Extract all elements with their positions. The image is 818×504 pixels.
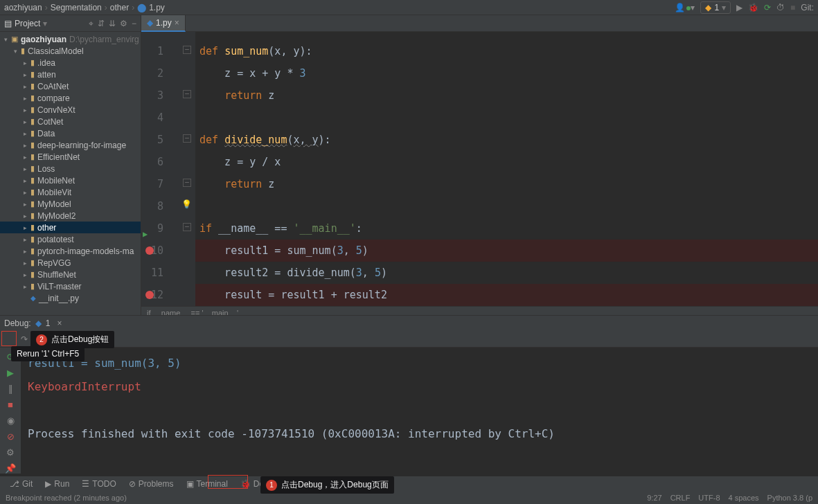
tree-folder[interactable]: ▸▮RepVGG: [0, 257, 141, 269]
code-editor[interactable]: def sum_num(x, y): z = x + y * 3 return …: [195, 32, 818, 306]
line-separator[interactable]: CRLF: [670, 494, 691, 502]
tree-folder[interactable]: ▸▮MobileVit: [0, 186, 141, 198]
avatar-icon[interactable]: 👤▾: [675, 3, 695, 12]
mute-breakpoints-icon[interactable]: ⊘: [7, 431, 15, 442]
indent-setting[interactable]: 4 spaces: [729, 494, 759, 502]
view-breakpoints-icon[interactable]: ◉: [7, 415, 15, 426]
margin-line[interactable]: [180, 62, 195, 84]
hide-icon[interactable]: −: [132, 19, 136, 28]
step-over-icon[interactable]: ↷: [21, 334, 28, 344]
gutter-line[interactable]: 10: [141, 240, 180, 262]
resume-icon[interactable]: ▶: [7, 368, 14, 378]
stop-icon[interactable]: ■: [8, 399, 13, 410]
margin-line[interactable]: [180, 151, 195, 173]
run-config-selector[interactable]: ◆1 ▾: [700, 1, 731, 14]
project-panel-title[interactable]: ▤Project▾: [4, 19, 47, 28]
crumb[interactable]: Segmentation: [51, 3, 102, 12]
code-line[interactable]: z = x + y * 3: [195, 62, 818, 84]
breadcrumb[interactable]: aozhiyuan› Segmentation› other› ⬤ 1.py: [4, 3, 165, 12]
tree-root[interactable]: ▾▣gaozhiyuanD:\pycharm_envirg: [0, 33, 141, 45]
code-line[interactable]: [195, 195, 818, 217]
profile-icon[interactable]: ⏱: [776, 3, 785, 12]
toolwin-run[interactable]: ▶Run: [39, 478, 75, 490]
caret-position[interactable]: 9:27: [647, 494, 661, 502]
project-tree[interactable]: ▾▣gaozhiyuanD:\pycharm_envirg▾▮Classical…: [0, 32, 141, 315]
code-line[interactable]: result2 = divide_num(3, 5): [195, 262, 818, 284]
code-line[interactable]: z = y / x: [195, 151, 818, 173]
margin-line[interactable]: [180, 284, 195, 306]
tree-folder[interactable]: ▸▮CoAtNet: [0, 80, 141, 92]
tree-folder[interactable]: ▸▮MyModel2: [0, 210, 141, 222]
margin-line[interactable]: [180, 107, 195, 129]
stop-icon[interactable]: ■: [790, 3, 795, 12]
gutter-line[interactable]: 7: [141, 173, 180, 195]
tree-folder[interactable]: ▸▮pytorch-image-models-ma: [0, 245, 141, 257]
gutter[interactable]: 123456789101112: [141, 32, 180, 306]
code-line[interactable]: return z: [195, 173, 818, 195]
margin-line[interactable]: [180, 262, 195, 284]
margin-line[interactable]: [180, 217, 195, 240]
tree-folder[interactable]: ▸▮other: [0, 222, 141, 233]
tree-file[interactable]: ◆__init__.py: [0, 292, 141, 304]
expand-icon[interactable]: ⇵: [98, 19, 105, 28]
code-line[interactable]: [195, 107, 818, 129]
tree-folder[interactable]: ▸▮ConvNeXt: [0, 104, 141, 116]
tree-folder[interactable]: ▸▮MyModel: [0, 198, 141, 210]
debug-icon[interactable]: 🐞: [748, 3, 758, 12]
margin-line[interactable]: [180, 195, 195, 217]
debug-console[interactable]: result1 = sum_num(3, 5)KeyboardInterrupt…: [21, 348, 818, 474]
pin-icon[interactable]: 📌: [5, 463, 16, 474]
settings-icon[interactable]: ⚙: [6, 447, 15, 458]
gutter-line[interactable]: 2: [141, 62, 180, 84]
tree-folder[interactable]: ▸▮Data: [0, 127, 141, 139]
editor-tab[interactable]: ◆ 1.py ×: [141, 15, 186, 32]
python-interpreter[interactable]: Python 3.8 (p: [767, 494, 812, 502]
toolwin-problems[interactable]: ⊘Problems: [123, 478, 179, 490]
tree-folder[interactable]: ▸▮potatotest: [0, 233, 141, 245]
gutter-line[interactable]: 4: [141, 107, 180, 129]
gutter-line[interactable]: 1: [141, 40, 180, 62]
code-line[interactable]: result1 = sum_num(3, 5): [195, 240, 818, 262]
run-icon[interactable]: ▶: [736, 3, 743, 12]
margin-line[interactable]: [180, 173, 195, 195]
toolwin-git[interactable]: ⎇Git: [4, 478, 38, 490]
pause-icon[interactable]: ‖: [8, 384, 13, 394]
code-line[interactable]: if __name__ == '__main__':: [195, 217, 818, 240]
gear-icon[interactable]: ⚙: [120, 19, 127, 28]
target-icon[interactable]: ⌖: [89, 19, 94, 28]
tree-folder[interactable]: ▸▮.idea: [0, 57, 141, 69]
tree-folder[interactable]: ▸▮CotNet: [0, 116, 141, 127]
gutter-line[interactable]: 8: [141, 195, 180, 217]
code-line[interactable]: return z: [195, 84, 818, 107]
margin-line[interactable]: [180, 40, 195, 62]
file-encoding[interactable]: UTF-8: [698, 494, 720, 502]
tree-folder[interactable]: ▸▮ViLT-master: [0, 280, 141, 292]
gutter-line[interactable]: 3: [141, 84, 180, 107]
code-line[interactable]: def divide_num(x, y):: [195, 129, 818, 151]
gutter-line[interactable]: 9: [141, 217, 180, 240]
debug-panel-header[interactable]: Debug: ◆ 1 ×: [0, 316, 818, 331]
toolwin-todo[interactable]: ☰TODO: [76, 478, 121, 490]
margin-line[interactable]: [180, 84, 195, 107]
crumb[interactable]: aozhiyuan: [4, 3, 42, 12]
tree-folder[interactable]: ▸▮atten: [0, 69, 141, 80]
gutter-line[interactable]: 12: [141, 284, 180, 306]
code-line[interactable]: def sum_num(x, y):: [195, 40, 818, 62]
crumb[interactable]: other: [110, 3, 129, 12]
fold-margin[interactable]: [180, 32, 195, 306]
margin-line[interactable]: [180, 129, 195, 151]
tree-folder[interactable]: ▸▮MobileNet: [0, 174, 141, 186]
tree-folder[interactable]: ▸▮EfficientNet: [0, 151, 141, 163]
close-icon[interactable]: ×: [57, 318, 62, 328]
tree-folder[interactable]: ▸▮ShuffleNet: [0, 269, 141, 280]
coverage-icon[interactable]: ⟳: [764, 3, 771, 12]
crumb-file[interactable]: 1.py: [149, 3, 165, 12]
tree-folder[interactable]: ▸▮deep-learning-for-image: [0, 139, 141, 151]
gutter-line[interactable]: 6: [141, 151, 180, 173]
tree-folder[interactable]: ▸▮compare: [0, 92, 141, 104]
code-line[interactable]: result = result1 + result2: [195, 284, 818, 306]
collapse-icon[interactable]: ⇊: [109, 19, 116, 28]
tree-folder[interactable]: ▸▮Loss: [0, 163, 141, 174]
tree-folder[interactable]: ▾▮ClassicalModel: [0, 45, 141, 57]
gutter-line[interactable]: 5: [141, 129, 180, 151]
